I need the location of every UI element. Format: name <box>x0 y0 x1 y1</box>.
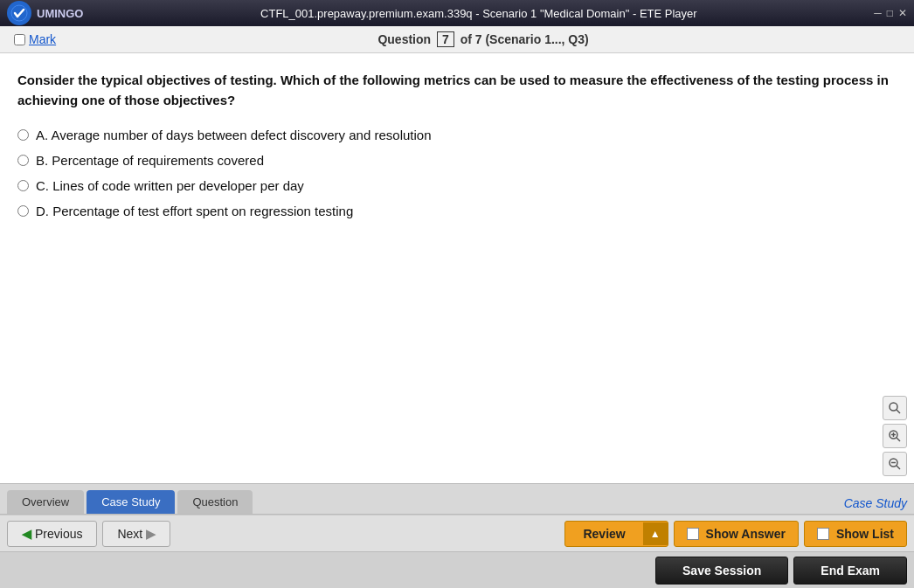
logo: UMINGO <box>7 1 83 25</box>
zoom-controls <box>883 396 907 476</box>
content-area: Consider the typical objectives of testi… <box>0 53 914 483</box>
svg-line-8 <box>897 466 900 469</box>
search-zoom-button[interactable] <box>883 396 907 420</box>
main-window: Mark Question 7 of 7 (Scenario 1..., Q3)… <box>0 26 914 588</box>
tab-case-study[interactable]: Case Study <box>87 490 175 514</box>
tab-bar: Overview Case Study Question Case Study <box>0 483 914 515</box>
previous-label: Previous <box>35 527 82 541</box>
close-button[interactable]: ✕ <box>898 7 907 19</box>
zoom-out-button[interactable] <box>883 452 907 476</box>
tab-right-label: Case Study <box>844 496 907 514</box>
bottom-bar: Save Session End Exam <box>0 551 914 588</box>
save-session-button[interactable]: Save Session <box>655 557 788 585</box>
show-list-checkbox <box>817 528 829 540</box>
show-list-button[interactable]: Show List <box>804 521 907 547</box>
option-a-text: A. Average number of days between defect… <box>36 128 432 142</box>
svg-point-1 <box>890 403 897 411</box>
question-number-box: 7 <box>437 31 454 47</box>
show-answer-button[interactable]: Show Answer <box>674 521 799 547</box>
window-title: CTFL_001.prepaway.premium.exam.339q - Sc… <box>83 7 874 20</box>
logo-icon <box>7 1 31 25</box>
question-header: Mark Question 7 of 7 (Scenario 1..., Q3) <box>0 26 914 53</box>
option-b-text: B. Percentage of requirements covered <box>36 153 264 168</box>
question-of-total: of 7 (Scenario 1..., Q3) <box>460 32 589 46</box>
zoom-in-button[interactable] <box>883 424 907 448</box>
option-b-radio[interactable] <box>17 155 29 166</box>
mark-label[interactable]: Mark <box>29 32 56 46</box>
show-answer-label: Show Answer <box>706 527 786 541</box>
maximize-button[interactable]: □ <box>887 7 893 19</box>
review-button[interactable]: Review ▲ <box>564 521 668 547</box>
mark-checkbox[interactable] <box>14 34 25 45</box>
question-label: Question <box>377 32 431 46</box>
next-label: Next <box>117 527 142 541</box>
option-c-text: C. Lines of code written per developer p… <box>36 178 304 193</box>
logo-text: UMINGO <box>37 7 83 20</box>
option-d-text: D. Percentage of test effort spent on re… <box>36 204 353 218</box>
option-c-radio[interactable] <box>17 180 29 191</box>
previous-button[interactable]: ◀ Previous <box>7 521 97 547</box>
next-button[interactable]: Next ▶ <box>102 521 170 547</box>
option-a[interactable]: A. Average number of days between defect… <box>17 128 897 142</box>
mark-section: Mark <box>14 32 56 46</box>
svg-line-4 <box>897 438 900 441</box>
question-text: Consider the typical objectives of testi… <box>17 71 897 110</box>
review-label: Review <box>565 522 642 546</box>
review-dropdown-arrow[interactable]: ▲ <box>643 522 668 545</box>
show-answer-checkbox <box>687 528 699 540</box>
question-info: Question 7 of 7 (Scenario 1..., Q3) <box>66 31 900 47</box>
window-controls[interactable]: ─ □ ✕ <box>874 7 907 19</box>
prev-arrow-icon: ◀ <box>22 527 31 541</box>
next-arrow-icon: ▶ <box>146 527 156 541</box>
options-list: A. Average number of days between defect… <box>17 128 897 218</box>
question-number: 7 <box>442 32 449 46</box>
question-content: Consider the typical objectives of testi… <box>0 53 914 483</box>
svg-line-2 <box>897 410 900 413</box>
option-a-radio[interactable] <box>17 129 29 141</box>
show-list-label: Show List <box>836 527 894 541</box>
option-c[interactable]: C. Lines of code written per developer p… <box>17 178 897 193</box>
tab-overview[interactable]: Overview <box>7 490 84 514</box>
tab-question[interactable]: Question <box>177 490 253 514</box>
option-b[interactable]: B. Percentage of requirements covered <box>17 153 897 168</box>
nav-bar: ◀ Previous Next ▶ Review ▲ Show Answer S… <box>0 515 914 551</box>
option-d[interactable]: D. Percentage of test effort spent on re… <box>17 204 897 218</box>
minimize-button[interactable]: ─ <box>874 7 882 19</box>
end-exam-button[interactable]: End Exam <box>793 557 907 585</box>
option-d-radio[interactable] <box>17 205 29 217</box>
title-bar: UMINGO CTFL_001.prepaway.premium.exam.33… <box>0 0 914 26</box>
